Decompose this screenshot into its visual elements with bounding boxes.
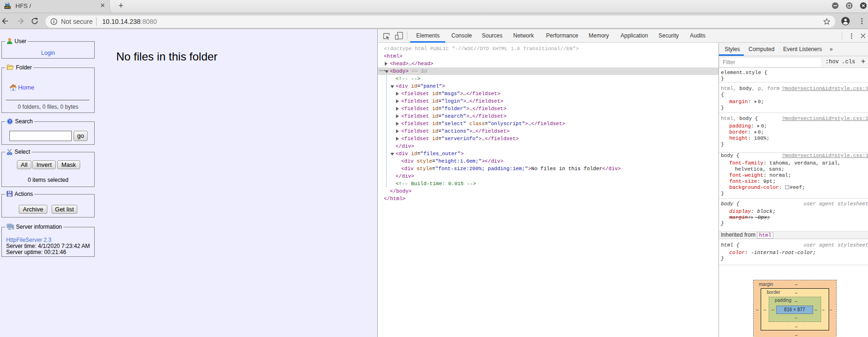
svg-text:HFS: HFS bbox=[5, 6, 10, 9]
svg-text:?: ? bbox=[9, 119, 11, 124]
